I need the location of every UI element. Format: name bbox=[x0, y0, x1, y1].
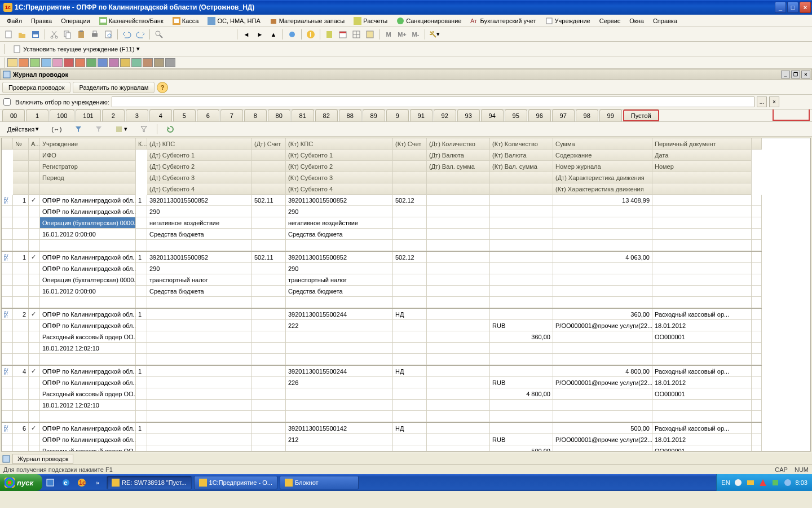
tab-96[interactable]: 96 bbox=[528, 110, 551, 121]
cell[interactable] bbox=[652, 274, 752, 286]
color-6[interactable] bbox=[64, 58, 74, 67]
cell[interactable] bbox=[13, 388, 29, 400]
cell[interactable] bbox=[752, 217, 762, 229]
cell[interactable] bbox=[136, 217, 147, 229]
cell[interactable] bbox=[29, 274, 40, 286]
tab-81[interactable]: 81 bbox=[292, 110, 314, 121]
tab-88[interactable]: 88 bbox=[339, 110, 361, 121]
cell[interactable] bbox=[490, 240, 553, 251]
cell[interactable] bbox=[490, 206, 553, 217]
cell[interactable] bbox=[147, 331, 252, 343]
cell[interactable] bbox=[13, 331, 29, 343]
menu-kassa[interactable]: Касса bbox=[169, 16, 202, 26]
col-header[interactable]: А... bbox=[29, 138, 40, 150]
cell[interactable] bbox=[2, 217, 13, 229]
cell[interactable] bbox=[286, 297, 393, 308]
cell[interactable] bbox=[393, 354, 427, 365]
cell[interactable] bbox=[752, 297, 762, 308]
cell[interactable] bbox=[393, 400, 427, 411]
col-header[interactable] bbox=[13, 172, 29, 183]
cell[interactable] bbox=[136, 240, 147, 251]
menu-accounting[interactable]: АтБухгалтерский учет bbox=[467, 16, 539, 26]
tab-93[interactable]: 93 bbox=[457, 110, 480, 121]
cell[interactable] bbox=[490, 286, 553, 297]
cell[interactable]: НД bbox=[393, 309, 427, 320]
grid-icon[interactable] bbox=[350, 28, 363, 41]
cell[interactable] bbox=[2, 377, 13, 388]
cell[interactable] bbox=[29, 263, 40, 274]
menu-materials[interactable]: Материальные запасы bbox=[266, 16, 348, 26]
cell[interactable] bbox=[427, 229, 490, 240]
col-header[interactable] bbox=[2, 138, 13, 150]
cell[interactable]: 360,00 bbox=[490, 331, 553, 343]
cell[interactable] bbox=[252, 423, 286, 434]
cell[interactable] bbox=[490, 309, 553, 320]
cell[interactable] bbox=[427, 445, 490, 452]
ql-more[interactable]: » bbox=[91, 476, 104, 489]
cell[interactable] bbox=[29, 195, 40, 206]
cut-icon[interactable] bbox=[48, 28, 60, 41]
cell[interactable] bbox=[427, 274, 490, 286]
cell[interactable] bbox=[427, 309, 490, 320]
cell[interactable] bbox=[752, 388, 762, 400]
cell[interactable] bbox=[29, 286, 40, 297]
color-3[interactable] bbox=[30, 58, 40, 67]
cell[interactable]: RUB bbox=[490, 434, 553, 445]
cell[interactable] bbox=[393, 217, 427, 229]
cell[interactable] bbox=[252, 240, 286, 251]
cell[interactable] bbox=[393, 343, 427, 354]
cell[interactable]: RUB bbox=[490, 320, 553, 331]
col-header[interactable]: (Кт) КПС bbox=[286, 138, 393, 150]
cell[interactable]: 39201130015500852 bbox=[147, 252, 252, 263]
cell[interactable]: 1 bbox=[13, 195, 29, 206]
cell[interactable] bbox=[427, 297, 490, 308]
cell[interactable] bbox=[252, 343, 286, 354]
menu-windows[interactable]: Окна bbox=[626, 16, 647, 25]
goto-icon[interactable]: (↔) bbox=[46, 124, 67, 135]
cell[interactable] bbox=[147, 309, 252, 320]
cell[interactable] bbox=[147, 388, 252, 400]
cell[interactable] bbox=[252, 286, 286, 297]
cell[interactable] bbox=[490, 195, 553, 206]
cell[interactable] bbox=[2, 195, 13, 206]
col-header[interactable]: Номер журнала bbox=[553, 161, 652, 172]
menu-operations[interactable]: Операции bbox=[58, 16, 93, 25]
m-minus[interactable]: M- bbox=[409, 28, 422, 41]
cell[interactable]: 39201130015500244 bbox=[286, 309, 393, 320]
print-icon[interactable] bbox=[89, 28, 101, 41]
tray-icon-5[interactable] bbox=[783, 478, 792, 487]
color-1[interactable] bbox=[7, 58, 17, 67]
entries-grid[interactable]: №А...УчреждениеК...(Дт) КПС(Дт) Счет(Кт)… bbox=[1, 138, 811, 452]
col-header[interactable]: Содержание bbox=[553, 150, 652, 161]
tray-clock[interactable]: 8:03 bbox=[796, 479, 807, 486]
cell[interactable]: 13 408,99 bbox=[553, 195, 652, 206]
cell[interactable] bbox=[427, 320, 490, 331]
cell[interactable] bbox=[553, 445, 652, 452]
cell[interactable] bbox=[2, 411, 13, 422]
cell[interactable] bbox=[252, 400, 286, 411]
col-header[interactable]: (Дт) Количество bbox=[427, 138, 490, 150]
cell[interactable] bbox=[553, 286, 652, 297]
cell[interactable] bbox=[393, 240, 427, 251]
cell[interactable] bbox=[652, 195, 752, 206]
col-header[interactable] bbox=[427, 172, 490, 183]
cell[interactable]: 1 bbox=[136, 195, 147, 206]
set-institution-button[interactable]: Установить текущее учреждение (F11) ▾ bbox=[8, 43, 144, 55]
col-header[interactable]: Номер bbox=[652, 161, 752, 172]
col-header[interactable]: Первичный документ bbox=[652, 138, 752, 150]
cell[interactable] bbox=[136, 411, 147, 422]
col-header[interactable] bbox=[490, 172, 553, 183]
col-header[interactable]: (Дт) Счет bbox=[252, 138, 286, 150]
cell[interactable] bbox=[393, 229, 427, 240]
cell[interactable]: ОПФР по Калининградской обл... bbox=[40, 263, 136, 274]
tab-95[interactable]: 95 bbox=[505, 110, 527, 121]
color-15[interactable] bbox=[165, 58, 175, 67]
cell[interactable] bbox=[13, 240, 29, 251]
calc2-icon[interactable] bbox=[323, 28, 336, 41]
cell[interactable]: ОПФР по Калининградской обл... bbox=[40, 366, 136, 377]
cell[interactable]: 4 800,00 bbox=[553, 366, 652, 377]
cell[interactable] bbox=[393, 297, 427, 308]
cell[interactable] bbox=[427, 263, 490, 274]
cell[interactable]: ОПФР по Калининградской обл... bbox=[40, 206, 136, 217]
cell[interactable] bbox=[752, 331, 762, 343]
